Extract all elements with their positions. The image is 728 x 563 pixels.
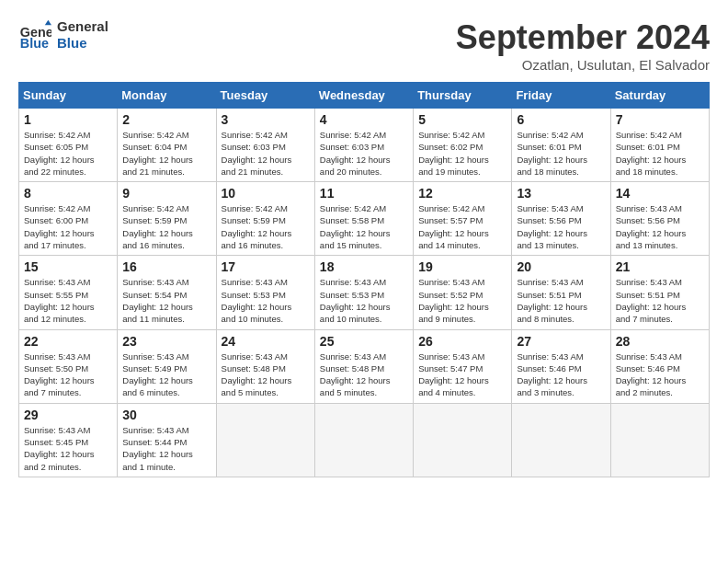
weekday-header-monday: Monday <box>118 83 216 109</box>
calendar-cell: 20Sunrise: 5:43 AM Sunset: 5:51 PM Dayli… <box>512 256 610 329</box>
day-number: 5 <box>418 112 506 127</box>
day-number: 8 <box>24 186 112 201</box>
day-info: Sunrise: 5:43 AM Sunset: 5:51 PM Dayligh… <box>517 276 605 325</box>
title-area: September 2024 Ozatlan, Usulutan, El Sal… <box>456 18 710 73</box>
calendar-cell: 4Sunrise: 5:42 AM Sunset: 6:03 PM Daylig… <box>314 109 413 182</box>
day-info: Sunrise: 5:43 AM Sunset: 5:56 PM Dayligh… <box>517 202 605 251</box>
day-info: Sunrise: 5:43 AM Sunset: 5:49 PM Dayligh… <box>122 350 210 399</box>
day-info: Sunrise: 5:42 AM Sunset: 5:59 PM Dayligh… <box>122 202 210 251</box>
calendar-cell: 19Sunrise: 5:43 AM Sunset: 5:52 PM Dayli… <box>414 256 512 329</box>
calendar-cell: 5Sunrise: 5:42 AM Sunset: 6:02 PM Daylig… <box>414 109 512 182</box>
day-number: 22 <box>24 334 112 349</box>
weekday-header-friday: Friday <box>512 83 610 109</box>
page-header: General Blue General Blue September 2024… <box>18 18 710 73</box>
month-title: September 2024 <box>456 18 710 57</box>
calendar-cell: 14Sunrise: 5:43 AM Sunset: 5:56 PM Dayli… <box>610 182 709 256</box>
calendar-cell: 13Sunrise: 5:43 AM Sunset: 5:56 PM Dayli… <box>512 182 610 256</box>
day-number: 6 <box>517 112 605 127</box>
day-number: 2 <box>122 112 210 127</box>
day-info: Sunrise: 5:43 AM Sunset: 5:50 PM Dayligh… <box>24 350 112 399</box>
day-info: Sunrise: 5:42 AM Sunset: 6:01 PM Dayligh… <box>616 129 704 178</box>
day-info: Sunrise: 5:42 AM Sunset: 5:59 PM Dayligh… <box>222 202 310 251</box>
day-number: 29 <box>24 408 112 422</box>
day-info: Sunrise: 5:43 AM Sunset: 5:44 PM Dayligh… <box>122 424 210 473</box>
calendar-cell: 3Sunrise: 5:42 AM Sunset: 6:03 PM Daylig… <box>216 109 314 182</box>
calendar-cell: 6Sunrise: 5:42 AM Sunset: 6:01 PM Daylig… <box>512 109 610 182</box>
day-info: Sunrise: 5:43 AM Sunset: 5:52 PM Dayligh… <box>418 276 506 325</box>
calendar-cell <box>610 403 709 477</box>
day-number: 24 <box>222 334 310 349</box>
day-info: Sunrise: 5:43 AM Sunset: 5:48 PM Dayligh… <box>320 350 408 399</box>
day-info: Sunrise: 5:42 AM Sunset: 6:00 PM Dayligh… <box>24 202 112 251</box>
day-info: Sunrise: 5:43 AM Sunset: 5:53 PM Dayligh… <box>320 276 408 325</box>
day-info: Sunrise: 5:43 AM Sunset: 5:45 PM Dayligh… <box>24 424 112 473</box>
day-info: Sunrise: 5:42 AM Sunset: 5:58 PM Dayligh… <box>320 202 408 251</box>
day-info: Sunrise: 5:42 AM Sunset: 5:57 PM Dayligh… <box>418 202 506 251</box>
calendar-cell <box>512 403 610 477</box>
day-number: 25 <box>320 334 408 349</box>
day-info: Sunrise: 5:43 AM Sunset: 5:47 PM Dayligh… <box>418 350 506 399</box>
day-number: 27 <box>517 334 605 349</box>
day-number: 14 <box>616 186 704 201</box>
calendar-cell: 7Sunrise: 5:42 AM Sunset: 6:01 PM Daylig… <box>610 109 709 182</box>
day-number: 21 <box>616 259 704 274</box>
logo-line2: Blue <box>57 35 108 52</box>
calendar-cell: 30Sunrise: 5:43 AM Sunset: 5:44 PM Dayli… <box>118 403 216 477</box>
day-number: 3 <box>222 112 310 127</box>
calendar-table: SundayMondayTuesdayWednesdayThursdayFrid… <box>18 82 710 477</box>
calendar-week-3: 15Sunrise: 5:43 AM Sunset: 5:55 PM Dayli… <box>19 256 710 329</box>
calendar-cell: 1Sunrise: 5:42 AM Sunset: 6:05 PM Daylig… <box>19 109 118 182</box>
weekday-header-sunday: Sunday <box>19 83 118 109</box>
day-number: 30 <box>122 408 210 422</box>
day-number: 1 <box>24 112 112 127</box>
weekday-header-thursday: Thursday <box>414 83 512 109</box>
day-number: 18 <box>320 259 408 274</box>
calendar-cell: 11Sunrise: 5:42 AM Sunset: 5:58 PM Dayli… <box>314 182 413 256</box>
day-info: Sunrise: 5:42 AM Sunset: 6:02 PM Dayligh… <box>418 129 506 178</box>
calendar-cell: 17Sunrise: 5:43 AM Sunset: 5:53 PM Dayli… <box>216 256 314 329</box>
day-number: 16 <box>122 259 210 274</box>
day-number: 11 <box>320 186 408 201</box>
calendar-cell: 29Sunrise: 5:43 AM Sunset: 5:45 PM Dayli… <box>19 403 118 477</box>
calendar-cell: 25Sunrise: 5:43 AM Sunset: 5:48 PM Dayli… <box>314 329 413 403</box>
day-number: 26 <box>418 334 506 349</box>
calendar-cell: 22Sunrise: 5:43 AM Sunset: 5:50 PM Dayli… <box>19 329 118 403</box>
day-info: Sunrise: 5:43 AM Sunset: 5:46 PM Dayligh… <box>517 350 605 399</box>
day-info: Sunrise: 5:42 AM Sunset: 6:03 PM Dayligh… <box>222 129 310 178</box>
svg-marker-2 <box>45 20 51 25</box>
weekday-header-saturday: Saturday <box>610 83 709 109</box>
calendar-cell <box>314 403 413 477</box>
day-number: 15 <box>24 259 112 274</box>
day-info: Sunrise: 5:43 AM Sunset: 5:51 PM Dayligh… <box>616 276 704 325</box>
day-info: Sunrise: 5:43 AM Sunset: 5:53 PM Dayligh… <box>222 276 310 325</box>
calendar-week-1: 1Sunrise: 5:42 AM Sunset: 6:05 PM Daylig… <box>19 109 710 182</box>
weekday-header-wednesday: Wednesday <box>314 83 413 109</box>
day-info: Sunrise: 5:42 AM Sunset: 6:03 PM Dayligh… <box>320 129 408 178</box>
calendar-week-5: 29Sunrise: 5:43 AM Sunset: 5:45 PM Dayli… <box>19 403 710 477</box>
calendar-week-4: 22Sunrise: 5:43 AM Sunset: 5:50 PM Dayli… <box>19 329 710 403</box>
calendar-cell <box>414 403 512 477</box>
calendar-cell: 8Sunrise: 5:42 AM Sunset: 6:00 PM Daylig… <box>19 182 118 256</box>
day-number: 7 <box>616 112 704 127</box>
day-info: Sunrise: 5:43 AM Sunset: 5:48 PM Dayligh… <box>222 350 310 399</box>
day-info: Sunrise: 5:42 AM Sunset: 6:05 PM Dayligh… <box>24 129 112 178</box>
day-info: Sunrise: 5:43 AM Sunset: 5:56 PM Dayligh… <box>616 202 704 251</box>
day-number: 12 <box>418 186 506 201</box>
day-number: 19 <box>418 259 506 274</box>
location: Ozatlan, Usulutan, El Salvador <box>456 57 710 73</box>
day-number: 13 <box>517 186 605 201</box>
calendar-cell: 12Sunrise: 5:42 AM Sunset: 5:57 PM Dayli… <box>414 182 512 256</box>
calendar-cell: 23Sunrise: 5:43 AM Sunset: 5:49 PM Dayli… <box>118 329 216 403</box>
calendar-cell: 27Sunrise: 5:43 AM Sunset: 5:46 PM Dayli… <box>512 329 610 403</box>
logo-line1: General <box>57 18 108 35</box>
calendar-cell: 9Sunrise: 5:42 AM Sunset: 5:59 PM Daylig… <box>118 182 216 256</box>
day-info: Sunrise: 5:42 AM Sunset: 6:04 PM Dayligh… <box>122 129 210 178</box>
calendar-cell: 10Sunrise: 5:42 AM Sunset: 5:59 PM Dayli… <box>216 182 314 256</box>
day-info: Sunrise: 5:42 AM Sunset: 6:01 PM Dayligh… <box>517 129 605 178</box>
logo-icon: General Blue <box>18 18 51 52</box>
calendar-cell: 24Sunrise: 5:43 AM Sunset: 5:48 PM Dayli… <box>216 329 314 403</box>
day-number: 23 <box>122 334 210 349</box>
day-info: Sunrise: 5:43 AM Sunset: 5:54 PM Dayligh… <box>122 276 210 325</box>
calendar-week-2: 8Sunrise: 5:42 AM Sunset: 6:00 PM Daylig… <box>19 182 710 256</box>
calendar-cell: 21Sunrise: 5:43 AM Sunset: 5:51 PM Dayli… <box>610 256 709 329</box>
